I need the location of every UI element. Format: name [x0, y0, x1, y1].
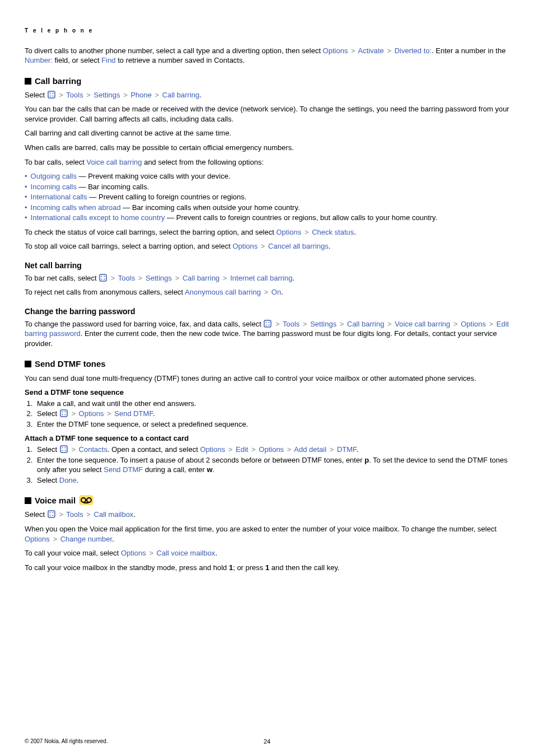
option-link: Incoming calls when abroad: [31, 203, 121, 212]
link-send-dtmf: Send DTMF: [104, 465, 143, 474]
text: .: [199, 91, 202, 99]
text: .: [292, 274, 294, 282]
text: To bar calls, select: [25, 158, 87, 166]
link-voice-barring: Voice call barring: [395, 320, 450, 328]
text: Select: [37, 445, 59, 454]
square-bullet-icon: [25, 361, 31, 367]
text: To check the status of voice call barrin…: [25, 228, 276, 236]
paragraph: When you open the Voice mail application…: [25, 524, 509, 544]
link-diverted-to: Diverted to:: [395, 46, 432, 55]
text: Select: [37, 409, 59, 418]
text: . Open a contact, and select: [107, 445, 200, 454]
text: .: [153, 409, 155, 418]
bullet-icon: •: [25, 203, 31, 212]
link-call-barring: Call barring: [347, 320, 384, 328]
text: during a call, enter: [143, 465, 207, 474]
text: Select: [25, 510, 47, 519]
link-send-dtmf: Send DTMF: [114, 409, 153, 418]
text: .: [133, 510, 135, 519]
select-path: Select > Tools > Settings > Phone > Call…: [25, 90, 509, 100]
separator: >: [51, 534, 58, 544]
option-link: International calls: [31, 193, 87, 201]
text: and select from the following options:: [142, 158, 264, 166]
link-settings: Settings: [94, 91, 120, 99]
text: .: [329, 242, 331, 250]
menu-icon: [99, 273, 107, 282]
link-options: Options: [259, 445, 284, 454]
separator: >: [286, 445, 293, 455]
text: to retrieve a number saved in Contacts.: [116, 56, 245, 64]
separator: >: [274, 319, 281, 329]
separator: >: [488, 319, 495, 329]
text: Select: [25, 91, 47, 99]
running-header: T e l e p h o n e: [25, 27, 509, 35]
link-call-barring: Call barring: [182, 274, 219, 282]
text: — Prevent making voice calls with your d…: [77, 172, 231, 180]
text: To reject net calls from anonymous calle…: [25, 288, 185, 296]
menu-icon: [47, 510, 56, 519]
link-tools: Tools: [118, 274, 135, 282]
text: — Prevent calling to foreign countries o…: [87, 193, 247, 201]
text: .: [281, 288, 283, 296]
link-phone: Phone: [130, 91, 152, 99]
text: To stop all voice call barrings, select …: [25, 242, 232, 250]
square-bullet-icon: [25, 497, 31, 504]
paragraph: When calls are barred, calls may be poss…: [25, 143, 509, 153]
voicemail-icon: [79, 495, 93, 505]
separator: >: [122, 90, 129, 100]
separator: >: [154, 90, 161, 100]
link-settings: Settings: [146, 274, 172, 282]
separator: >: [302, 319, 308, 329]
text: Enter the tone sequence. To insert a pau…: [37, 456, 364, 464]
text: .: [213, 465, 215, 474]
separator: >: [85, 510, 92, 520]
menu-icon: [47, 90, 56, 99]
list-item: •Outgoing calls — Prevent making voice c…: [25, 171, 509, 181]
link-tools: Tools: [66, 91, 83, 99]
text: .: [77, 476, 79, 484]
text: To call your voice mail, select: [25, 549, 121, 557]
option-link: Incoming calls: [31, 183, 77, 191]
options-list: •Outgoing calls — Prevent making voice c…: [25, 171, 509, 223]
link-tools: Tools: [66, 510, 83, 519]
bullet-icon: •: [25, 193, 31, 201]
separator: >: [110, 273, 116, 283]
select-path: Select > Tools > Call mailbox.: [25, 510, 509, 520]
heading-call-barring: Call barring: [25, 76, 509, 87]
text: .: [354, 228, 356, 236]
text: To bar net calls, select: [25, 274, 99, 282]
text: . Enter the current code, then the new c…: [25, 329, 497, 348]
paragraph: To bar net calls, select > Tools > Setti…: [25, 273, 509, 283]
paragraph: To check the status of voice call barrin…: [25, 227, 509, 237]
key-w: w: [207, 465, 213, 474]
list-item: •Incoming calls when abroad — Bar incomi…: [25, 203, 509, 213]
text: — Prevent calls to foreign countries or …: [165, 213, 437, 222]
list-item: Enter the DTMF tone sequence, or select …: [35, 419, 509, 430]
text: To divert calls to another phone number,…: [25, 46, 323, 55]
menu-icon: [59, 409, 68, 418]
text: . Enter a number in the: [432, 46, 505, 55]
link-anon-barring: Anonymous call barring: [185, 288, 261, 296]
paragraph: To reject net calls from anonymous calle…: [25, 287, 509, 297]
menu-icon: [59, 445, 68, 454]
link-done: Done: [59, 476, 77, 484]
text: When you open the Voice mail application…: [25, 525, 496, 533]
key-p: p: [364, 456, 369, 464]
subheading: Send a DTMF tone sequence: [25, 388, 509, 398]
text: — Bar incoming calls.: [77, 183, 149, 191]
menu-icon: [263, 319, 272, 328]
separator: >: [222, 273, 228, 283]
subheading: Attach a DTMF tone sequence to a contact…: [25, 433, 509, 444]
link-cancel-all: Cancel all barrings: [268, 242, 329, 250]
separator: >: [58, 90, 64, 100]
separator: >: [339, 319, 345, 329]
link-options: Options: [276, 228, 301, 236]
link-activate: Activate: [358, 46, 384, 55]
link-change-number: Change number: [60, 535, 113, 543]
link-internet-barring: Internet call barring: [230, 274, 292, 282]
list-item: •International calls — Prevent calling t…: [25, 192, 509, 202]
link-options: Options: [200, 445, 225, 454]
separator: >: [386, 319, 393, 329]
link-add-detail: Add detail: [294, 445, 326, 454]
heading-dtmf: Send DTMF tones: [25, 358, 509, 370]
